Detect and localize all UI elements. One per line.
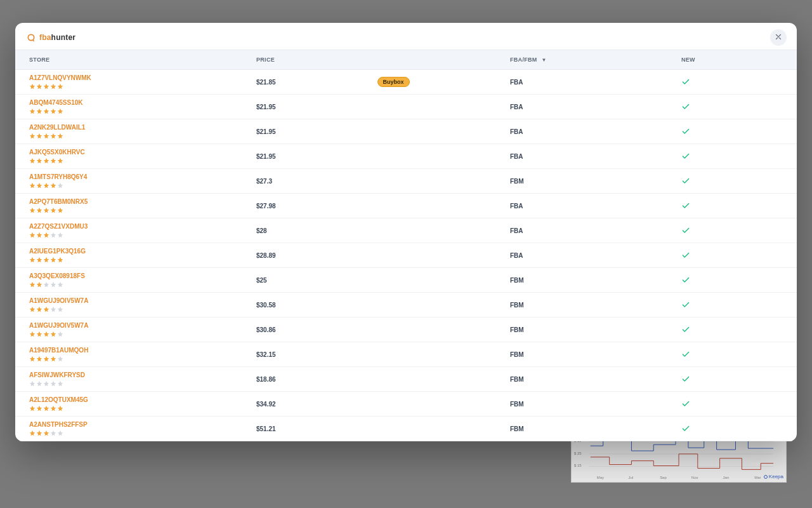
store-link[interactable]: A2IUEG1PK3Q16G [29,248,249,255]
column-header-store[interactable]: STORE [15,50,256,70]
fulfillment-value: FBM [510,302,524,309]
star-icon [29,232,36,238]
star-icon [57,281,63,288]
price-value: $21.95 [256,128,276,135]
price-value: $25 [256,277,267,284]
brand-text-fba: fba [39,33,51,42]
check-icon [681,276,789,284]
store-link[interactable]: A2Z7QSZ1VXDMU3 [29,223,249,231]
store-link[interactable]: A2ANSTPHS2FFSP [29,421,249,429]
star-icon [57,257,63,263]
check-icon [681,226,789,235]
star-icon [50,281,56,288]
column-header-price[interactable]: PRICE [256,50,510,70]
close-icon [775,33,782,43]
check-icon [681,102,789,111]
column-header-new[interactable]: NEW [681,50,797,70]
store-link[interactable]: A2NK29LLDWAIL1 [29,124,249,131]
star-icon [50,430,56,436]
star-icon [29,83,36,90]
star-icon [57,182,63,189]
star-icon [50,356,56,362]
price-value: $51.21 [256,425,276,432]
star-icon [29,331,36,337]
bg-xtick: Jul [628,476,633,479]
star-icon [36,133,43,139]
star-icon [50,83,56,90]
star-icon [50,232,56,238]
star-icon [29,207,36,213]
star-icon [43,182,49,189]
star-icon [57,405,63,411]
store-link[interactable]: A1WGUJ9OIV5W7A [29,322,249,330]
star-icon [43,232,49,238]
price-value: $28 [256,227,267,234]
check-icon [681,127,789,136]
star-icon [29,133,36,139]
close-button[interactable] [770,29,787,46]
store-link[interactable]: A1WGUJ9OIV5W7A [29,297,249,305]
star-icon [36,83,43,90]
column-header-fba-fbm-label: FBA/FBM [510,57,537,63]
price-value: $27.3 [256,178,272,185]
store-link[interactable]: A2L12OQTUXM45G [29,396,249,404]
bg-ytick: $ 15 [574,464,582,468]
star-icon [50,157,56,164]
fulfillment-value: FBA [510,252,523,259]
store-link[interactable]: A19497B1AUMQOH [29,347,249,354]
store-link[interactable]: A3Q3QEX08918FS [29,272,249,280]
check-icon [681,300,789,309]
star-rating [29,182,249,189]
store-link[interactable]: ABQM4745SS10K [29,99,249,107]
brand-text-hunter: hunter [51,33,76,42]
star-icon [50,207,56,213]
fulfillment-value: FBA [510,153,523,160]
star-icon [36,232,43,238]
check-icon [681,350,789,359]
star-icon [36,331,43,337]
star-icon [43,306,49,312]
star-rating [29,306,249,312]
store-link[interactable]: AJKQ5SX0KHRVC [29,149,249,156]
table-row: A2L12OQTUXM45G$34.92FBM [15,392,797,417]
star-icon [43,281,49,288]
bg-xtick: Nov [691,476,698,479]
star-icon [50,133,56,139]
bg-xtick: Jan [723,476,730,479]
bg-xtick: Sep [660,476,667,479]
table-row: A2Z7QSZ1VXDMU3$28FBA [15,218,797,243]
star-icon [36,430,43,436]
brand-icon [27,33,36,42]
price-value: $28.89 [256,252,276,259]
brand-logo: fbahunter [27,33,75,42]
store-link[interactable]: A2PQ7T6BM0NRX5 [29,198,249,206]
check-icon [681,399,789,408]
table-row: A2NK29LLDWAIL1$21.95FBA [15,119,797,144]
table-row: AJKQ5SX0KHRVC$21.95FBA [15,144,797,169]
star-icon [43,430,49,436]
table-row: A3Q3QEX08918FS$25FBM [15,268,797,293]
star-icon [57,306,63,312]
table-row: A2ANSTPHS2FFSP$51.21FBM [15,417,797,441]
star-icon [36,356,43,362]
price-value: $34.92 [256,401,276,408]
store-link[interactable]: AFSIWJWKFRYSD [29,371,249,379]
price-value: $21.95 [256,104,276,110]
column-header-fba-fbm[interactable]: FBA/FBM ▼ [510,50,681,70]
bg-ytick: $ 25 [574,451,582,455]
star-icon [29,182,36,189]
store-link[interactable]: A1Z7VLNQVYNWMK [29,74,249,82]
star-rating [29,207,249,213]
fulfillment-value: FBA [510,104,523,110]
star-icon [29,157,36,164]
fulfillment-value: FBM [510,376,524,383]
store-link[interactable]: A1MTS7RYH8Q6Y4 [29,173,249,181]
star-icon [43,157,49,164]
star-icon [29,108,36,114]
svg-point-5 [28,34,34,40]
star-rating [29,157,249,164]
check-icon [681,251,789,260]
star-icon [29,380,36,387]
price-value: $30.86 [256,326,276,333]
table-row: A1WGUJ9OIV5W7A$30.86FBM [15,318,797,342]
